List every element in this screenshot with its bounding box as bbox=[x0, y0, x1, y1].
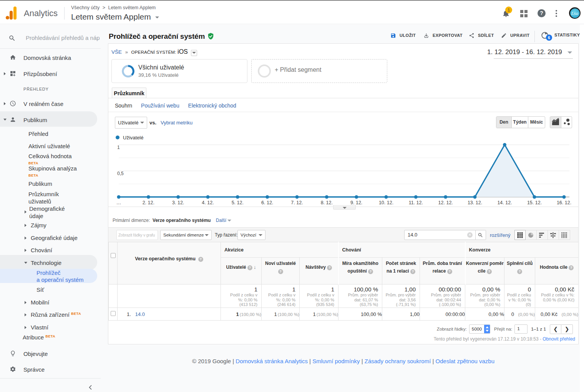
svg-text:10. 12.: 10. 12. bbox=[379, 200, 393, 205]
svg-text:4. 12.: 4. 12. bbox=[202, 200, 214, 205]
svg-text:14. 12.: 14. 12. bbox=[497, 200, 512, 205]
svg-text:16. 12.: 16. 12. bbox=[557, 200, 571, 205]
svg-text:15. 12.: 15. 12. bbox=[527, 200, 542, 205]
svg-text:2. 12.: 2. 12. bbox=[143, 200, 154, 205]
svg-text:3. 12.: 3. 12. bbox=[172, 200, 184, 205]
svg-text:13. 12.: 13. 12. bbox=[468, 200, 482, 205]
svg-text:8. 12.: 8. 12. bbox=[321, 200, 333, 205]
svg-text:9. 12.: 9. 12. bbox=[350, 200, 362, 205]
svg-text:6. 12.: 6. 12. bbox=[261, 200, 273, 205]
svg-text:…: … bbox=[116, 200, 121, 205]
svg-text:11. 12.: 11. 12. bbox=[409, 200, 423, 205]
svg-text:12. 12.: 12. 12. bbox=[438, 200, 453, 205]
svg-text:1: 1 bbox=[117, 145, 120, 150]
svg-text:0,5: 0,5 bbox=[117, 171, 124, 176]
svg-text:7. 12.: 7. 12. bbox=[291, 200, 303, 205]
svg-text:5. 12.: 5. 12. bbox=[232, 200, 244, 205]
